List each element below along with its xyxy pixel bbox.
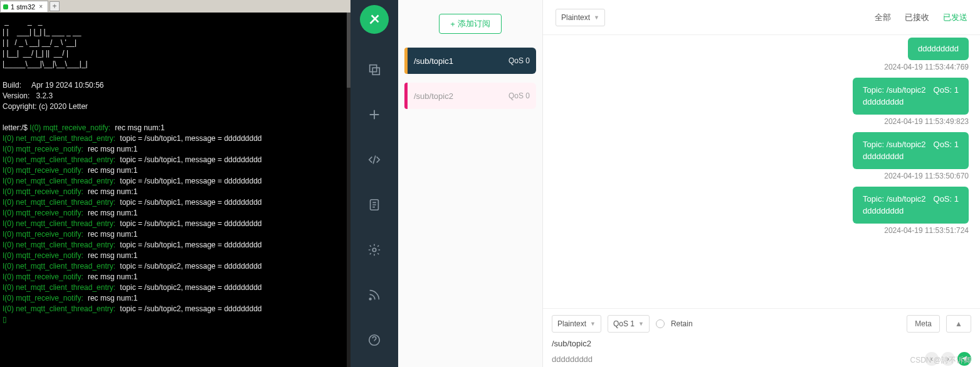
log-tag: I(0) net_mqtt_client_thread_entry: [3,240,115,249]
chevron-down-icon: ▼ [590,321,596,327]
copyright-value: (c) 2020 Letter [39,102,88,111]
meta-button[interactable]: Meta [907,315,940,333]
sent-message: Topic: /sub/topic2 QoS: 1 ddddddddd [853,187,969,224]
message-body: ddddddddd [918,43,959,55]
close-icon[interactable]: × [39,3,43,10]
log-rec: rec msg num:1 [88,166,137,175]
composer-topic-input[interactable]: /sub/topic2 [543,339,980,352]
log-tag: I(0) net_mqtt_client_thread_entry: [3,177,115,185]
script-icon[interactable] [350,190,398,219]
retain-toggle[interactable]: Retain [656,319,693,328]
subscription-name: /sub/topic2 [414,91,508,101]
message-qos: QoS: 1 [934,138,959,151]
log-tag: I(0) mqtt_receive_notify: [3,294,83,302]
message-timestamp: 2024-04-19 11:53:50:670 [884,172,969,180]
message-body: ddddddddd [863,205,959,217]
log-tag: I(0) net_mqtt_client_thread_entry: [3,155,115,164]
log-rec: rec msg num:1 [88,251,137,260]
meta-label: Meta [915,319,932,328]
version-value: 3.2.3 [36,91,53,100]
accent-bar [404,48,408,74]
subscription-item[interactable]: /sub/topic1 QoS 0 [404,48,536,74]
gear-icon[interactable] [350,235,398,264]
message-qos: QoS: 1 [934,84,959,96]
messages-pane: Plaintext ▼ 全部 已接收 已发送 ddddddddd 2024-04… [542,0,980,367]
log-rec: rec msg num:1 [115,123,164,132]
tab-title: 1 stm32 [11,3,35,11]
log-tag: I(0) net_mqtt_client_thread_entry: [3,219,115,228]
svg-point-3 [372,248,376,252]
log-rec: rec msg num:1 [88,294,137,302]
chevron-down-icon: ▼ [638,321,644,327]
log-tag: I(0) mqtt_receive_notify: [3,209,83,217]
add-subscription-button[interactable]: + 添加订阅 [439,14,502,34]
log-msg: topic = /sub/topic1, message = ddddddddd [120,198,261,207]
plus-icon: + [450,19,455,29]
message-topic: Topic: /sub/topic2 [863,138,925,151]
terminal-body[interactable]: _ _ _ | | ___| |_| |_ ___ _ __ | | / _ \… [0,13,350,367]
log-tag: I(0) mqtt_receive_notify: [3,187,83,196]
log-msg: topic = /sub/topic2, message = ddddddddd [120,262,261,271]
log-rec: rec msg num:1 [88,145,137,153]
composer-body-input[interactable]: ddddddddd [552,354,922,364]
brand-logo[interactable] [360,5,389,34]
version-label: Version: [3,91,29,100]
code-icon[interactable] [350,145,398,174]
tab-all[interactable]: 全部 [875,12,891,23]
radio-icon [656,319,665,328]
message-body: ddddddddd [863,150,959,163]
log-tag: I(0) net_mqtt_client_thread_entry: [3,134,115,143]
tab-status-dot [3,4,8,9]
messages-header: Plaintext ▼ 全部 已接收 已发送 [543,0,980,35]
log-rec: rec msg num:1 [88,187,137,196]
prompt: letter:/$ [3,123,29,132]
log-tag: I(0) net_mqtt_client_thread_entry: [3,304,115,313]
add-tab-button[interactable]: + [50,1,60,11]
accent-bar [404,83,408,109]
format-select-label: Plaintext [561,13,590,22]
log-msg: topic = /sub/topic1, message = ddddddddd [120,155,261,164]
tab-sent[interactable]: 已发送 [943,12,967,23]
log-tag: I(0) mqtt_receive_notify: [29,123,110,132]
composer-format-select[interactable]: Plaintext ▼ [552,315,601,333]
log-rec: rec msg num:1 [88,230,137,239]
plus-icon[interactable] [350,100,398,129]
collapse-button[interactable]: ▲ [946,315,971,333]
log-rec: rec msg num:1 [88,272,137,281]
filter-tabs: 全部 已接收 已发送 [875,12,967,23]
log-msg: topic = /sub/topic1, message = ddddddddd [120,134,261,143]
svg-rect-1 [372,68,379,75]
build-label: Build: [3,81,21,90]
composer-qos-select[interactable]: QoS 1 ▼ [608,315,650,333]
log-tag: I(0) net_mqtt_client_thread_entry: [3,262,115,271]
chevron-up-icon: ▲ [955,319,962,328]
subscriptions-column: + 添加订阅 /sub/topic1 QoS 0 /sub/topic2 QoS… [398,0,542,367]
sent-message: ddddddddd [908,38,969,60]
copy-icon[interactable] [350,55,398,84]
terminal-tab[interactable]: 1 stm32 × [0,1,48,12]
log-tag: I(0) net_mqtt_client_thread_entry: [3,283,115,292]
log-tag: I(0) mqtt_receive_notify: [3,145,83,153]
sent-message: Topic: /sub/topic2 QoS: 1 ddddddddd [853,132,969,169]
subscription-qos: QoS 0 [508,56,530,65]
log-tag: I(0) mqtt_receive_notify: [3,230,83,239]
message-qos: QoS: 1 [934,193,959,205]
log-msg: topic = /sub/topic1, message = ddddddddd [120,177,261,185]
composer-format-label: Plaintext [557,319,586,328]
log-msg: topic = /sub/topic2, message = ddddddddd [120,304,261,313]
messages-list[interactable]: ddddddddd 2024-04-19 11:53:44:769 Topic:… [543,35,980,308]
subscription-qos: QoS 0 [508,91,530,100]
subscription-name: /sub/topic1 [414,56,508,66]
format-select[interactable]: Plaintext ▼ [556,9,605,26]
rss-icon[interactable] [350,281,398,309]
log-rec: rec msg num:1 [88,209,137,217]
watermark: CSDN @詩不诉卿 [910,355,971,366]
subscription-item[interactable]: /sub/topic2 QoS 0 [404,83,536,109]
tab-received[interactable]: 已接收 [905,12,929,23]
terminal-scrollbar[interactable] [347,13,350,367]
app-sidebar [350,0,398,367]
help-icon[interactable] [350,326,398,354]
composer-qos-label: QoS 1 [613,319,635,328]
message-topic: Topic: /sub/topic2 [863,193,925,205]
svg-point-4 [369,298,371,300]
